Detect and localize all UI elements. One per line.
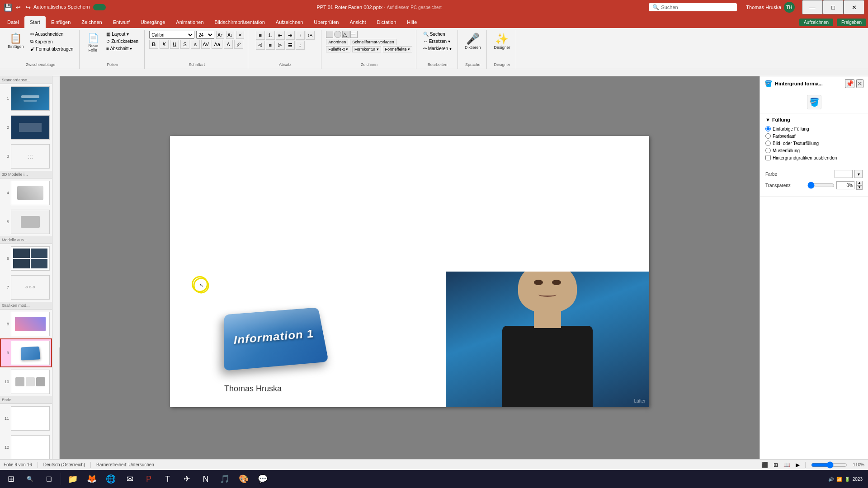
panel-close-button[interactable]: ✕ [856, 79, 863, 88]
search-taskbar-button[interactable]: 🔍 [21, 471, 39, 487]
hide-graphics-option[interactable]: Hintergrundgrafiken ausblenden [765, 155, 863, 160]
bold-button[interactable]: B [149, 40, 158, 49]
line-spacing-button[interactable]: ↕ [296, 41, 305, 50]
firefox-taskbar[interactable]: 🦊 [83, 471, 101, 487]
tab-hilfe[interactable]: Hilfe [401, 16, 422, 28]
fill-gradient-option[interactable]: Farbverlauf [765, 133, 863, 139]
slide-thumb-12[interactable]: 12 [0, 433, 52, 462]
align-right-button[interactable]: ⫸ [276, 41, 285, 50]
fill-solid-radio[interactable] [765, 126, 771, 131]
close-button[interactable]: ✕ [844, 0, 864, 14]
shape-circle[interactable] [334, 31, 341, 38]
transparency-up[interactable]: ▲ [856, 181, 863, 185]
fill-pattern-radio[interactable] [765, 148, 771, 153]
tab-ueberpruefen[interactable]: Überprüfen [308, 16, 344, 28]
slide-thumb-5[interactable]: 5 [0, 207, 52, 236]
maximize-button[interactable]: □ [823, 0, 844, 14]
format-uebertragen-button[interactable]: 🖌 Format übertragen [28, 46, 76, 52]
list-bullet-button[interactable]: ≡ [256, 31, 265, 40]
fill-icon[interactable]: 🪣 [807, 95, 821, 109]
einfuegen-button[interactable]: 📋 Einfügen [5, 31, 26, 51]
fill-section-header[interactable]: ▼ Füllung [765, 117, 863, 122]
redo-button[interactable]: ↪ [24, 3, 33, 12]
markieren-button[interactable]: ✏ Markieren ▾ [421, 45, 454, 52]
tab-start[interactable]: Start [24, 16, 46, 28]
tab-datei[interactable]: Datei [2, 16, 24, 28]
designer-button[interactable]: ✨ Designer [491, 31, 512, 52]
shape-tri[interactable]: △ [342, 31, 349, 38]
freigeben-button[interactable]: Freigeben [837, 19, 866, 26]
normal-view-button[interactable]: ⬛ [761, 462, 768, 468]
list-number-button[interactable]: 1. [266, 31, 275, 40]
abschnitt-button[interactable]: ≡ Abschnitt ▾ [104, 45, 141, 52]
tab-zeichnen[interactable]: Zeichnen [76, 16, 107, 28]
char-spacing-button[interactable]: AV [201, 40, 210, 49]
highlight-button[interactable]: 🖊 [234, 40, 243, 49]
tab-uebergaenge[interactable]: Übergänge [135, 16, 170, 28]
diktieren-button[interactable]: 🎤 Diktieren [462, 31, 483, 52]
slide-thumb-11[interactable]: 11 [0, 404, 52, 433]
fontcase-button[interactable]: Aa [212, 40, 222, 49]
underline-button[interactable]: U [170, 40, 179, 49]
undo-button[interactable]: ↩ [14, 3, 23, 12]
misc1-taskbar[interactable]: 🎵 [216, 471, 234, 487]
align-center-button[interactable]: ≡ [266, 41, 275, 50]
shadow-button[interactable]: s [191, 40, 200, 49]
onenote-taskbar[interactable]: N [197, 471, 215, 487]
slide-thumb-4[interactable]: 4 [0, 178, 52, 207]
increase-font-button[interactable]: A↑ [216, 31, 224, 39]
slide-thumb-6[interactable]: 6 [0, 244, 52, 273]
taskview-button[interactable]: ❑ [40, 471, 58, 487]
fill-texture-radio[interactable] [765, 141, 771, 146]
transparency-down[interactable]: ▼ [856, 185, 863, 190]
hide-graphics-checkbox[interactable] [765, 155, 771, 160]
slide-thumb-1[interactable]: 1 [0, 84, 52, 113]
arrange-button[interactable]: Anordnen [326, 39, 348, 45]
search-input[interactable] [661, 5, 733, 10]
slide-sorter-button[interactable]: ⊞ [774, 462, 778, 468]
decrease-font-button[interactable]: A↓ [226, 31, 234, 39]
color-picker-button[interactable]: ▾ [854, 170, 863, 178]
zuruecksetzen-button[interactable]: ↺ Zurücksetzen [104, 38, 141, 45]
ersetzen-button[interactable]: ↔ Ersetzen ▾ [421, 38, 454, 45]
chrome-taskbar[interactable]: 🌐 [102, 471, 120, 487]
justify-button[interactable]: ☰ [286, 41, 295, 50]
fill-texture-option[interactable]: Bild- oder Texturfüllung [765, 141, 863, 146]
layout-button[interactable]: ▦ Layout ▾ [104, 31, 141, 38]
tab-animationen[interactable]: Animationen [170, 16, 209, 28]
fill-solid-option[interactable]: Einfarbige Füllung [765, 126, 863, 131]
neue-folie-button[interactable]: 📄 NeueFolie [84, 31, 102, 54]
tab-aufzeichnen[interactable]: Aufzeichnen [270, 16, 309, 28]
misc2-taskbar[interactable]: 🎨 [235, 471, 253, 487]
align-left-button[interactable]: ⫷ [256, 41, 265, 50]
slide-thumb-8[interactable]: 8 [0, 310, 52, 338]
slide-thumb-10[interactable]: 10 [0, 367, 52, 396]
font-family-select[interactable]: Calibri [149, 31, 194, 39]
fill-pattern-option[interactable]: Musterfüllung [765, 148, 863, 153]
misc3-taskbar[interactable]: 💬 [254, 471, 272, 487]
tab-bildschirm[interactable]: Bildschirmpräsentation [209, 16, 270, 28]
slide-thumb-3[interactable]: 3 - - -- - - [0, 142, 52, 171]
slide-canvas[interactable]: ↖ Information 1 Thomas Hruska [170, 136, 649, 407]
telegram-taskbar[interactable]: ✈ [178, 471, 196, 487]
shape-line[interactable]: — [350, 31, 358, 38]
slide-thumb-2[interactable]: 2 [0, 113, 52, 142]
color-swatch[interactable] [835, 170, 853, 178]
clear-format-button[interactable]: ✕ [236, 31, 244, 39]
outlook-taskbar[interactable]: ✉ [121, 471, 139, 487]
increase-indent-button[interactable]: ⇥ [286, 31, 295, 40]
powerpoint-taskbar[interactable]: P [140, 471, 158, 487]
slide-thumb-9[interactable]: 9 [0, 338, 52, 367]
aufzeichnen-button[interactable]: Aufzeichnen [799, 19, 833, 26]
explorer-taskbar[interactable]: 📁 [64, 471, 82, 487]
zoom-slider[interactable] [811, 462, 847, 468]
transparency-slider[interactable] [807, 183, 835, 188]
shape-rect[interactable] [326, 31, 333, 38]
cols-button[interactable]: ⫶ [296, 31, 305, 40]
suchen-button[interactable]: 🔍 Suchen [421, 31, 454, 38]
tab-dictation[interactable]: Dictation [371, 16, 401, 28]
font-size-select[interactable]: 24 [196, 31, 214, 39]
tab-ansicht[interactable]: Ansicht [344, 16, 371, 28]
contour-button[interactable]: Formkontur ▾ [352, 46, 381, 52]
slide-thumb-7[interactable]: 7 ⊙ ⊙ ⊙ [0, 273, 52, 302]
